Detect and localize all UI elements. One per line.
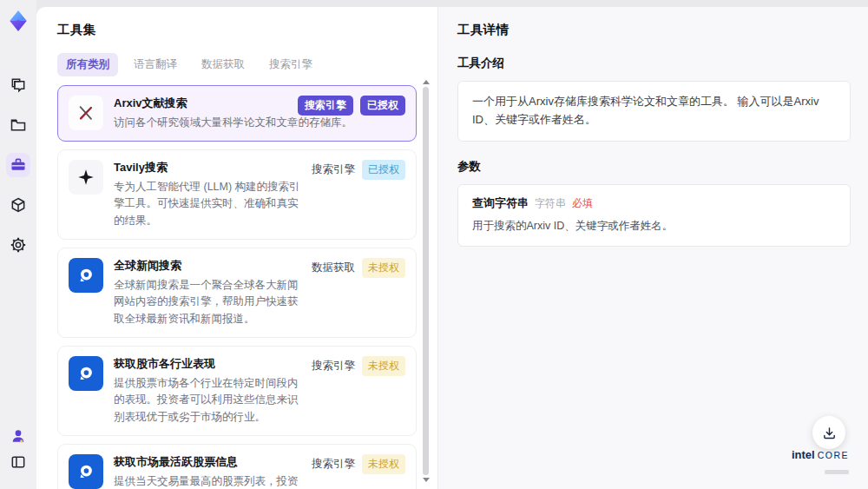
tool-badges: 搜索引擎 已授权: [312, 160, 405, 180]
category-badge: 搜索引擎: [312, 457, 355, 472]
sidebar-rail: [0, 0, 36, 489]
intro-box: 一个用于从Arxiv存储库搜索科学论文和文章的工具。 输入可以是Arxiv ID…: [457, 81, 851, 142]
status-badge: 未授权: [362, 258, 405, 278]
sidebar-item-tools[interactable]: [6, 153, 30, 177]
tool-detail-panel: 工具详情 工具介绍 一个用于从Arxiv存储库搜索科学论文和文章的工具。 输入可…: [437, 7, 868, 489]
tool-card-global-news[interactable]: 全球新闻搜索 全球新闻搜索是一个聚合全球各大新闻网站内容的搜索引擎，帮助用户快速…: [57, 248, 417, 338]
intro-heading: 工具介绍: [457, 56, 851, 71]
parameter-type: 字符串: [535, 196, 566, 211]
briefcase-icon: [10, 156, 27, 174]
tool-description: 专为人工智能代理 (LLM) 构建的搜索引擎工具。可快速提供实时、准确和真实的结…: [114, 179, 300, 229]
tool-list: Arxiv文献搜索 访问各个研究领域大量科学论文和文章的存储库。 搜索引擎 已授…: [57, 85, 417, 489]
scrollbar-thumb[interactable]: [423, 87, 429, 475]
parameter-head: 查询字符串 字符串 必填: [472, 195, 836, 211]
tool-badges: 搜索引擎 已授权: [298, 96, 405, 116]
core-text: CORE: [818, 450, 849, 460]
parameter-name: 查询字符串: [472, 195, 529, 211]
blue-news-logo-icon: [69, 356, 103, 391]
download-button[interactable]: [812, 416, 845, 449]
toolset-title: 工具集: [57, 22, 437, 38]
user-icon: [10, 427, 27, 445]
tool-card-active-stocks[interactable]: 获取市场最活跃股票信息 提供当天交易量最高的股票列表，投资者可以利用这些信息来识…: [57, 444, 417, 489]
brand-subtext-mark: [825, 470, 849, 474]
toolset-panel: 工具集 所有类别 语言翻译 数据获取 搜索引擎 A: [36, 7, 437, 489]
tool-badges: 搜索引擎 未授权: [312, 356, 405, 376]
status-badge: 未授权: [362, 356, 405, 376]
tool-badges: 数据获取 未授权: [312, 258, 405, 278]
category-tabs: 所有类别 语言翻译 数据获取 搜索引擎: [57, 53, 437, 76]
tab-search-engine[interactable]: 搜索引擎: [260, 53, 321, 76]
tool-description: 提供当天交易量最高的股票列表，投资者可以利用这些信息来识别流动性强的股票和潜在的…: [114, 473, 300, 489]
tool-card-tavily[interactable]: Tavily搜索 专为人工智能代理 (LLM) 构建的搜索引擎工具。可快速提供实…: [57, 149, 417, 240]
four-point-star-icon: [69, 160, 103, 195]
sidebar-item-chat[interactable]: [6, 73, 30, 97]
app-window: 工具集 所有类别 语言翻译 数据获取 搜索引擎 A: [0, 0, 868, 489]
gem-logo-icon: [7, 10, 30, 32]
folder-icon: [10, 116, 27, 134]
tool-card-stock-sectors[interactable]: 获取股市各行业表现 提供股票市场各个行业在特定时间段内的表现。投资者可以利用这些…: [57, 346, 417, 436]
panel-toggle-icon: [10, 453, 27, 471]
category-badge: 数据获取: [312, 261, 355, 275]
sidebar-item-models[interactable]: [6, 193, 30, 217]
intel-core-logo: intelCORE: [792, 446, 849, 478]
status-badge: 已授权: [362, 160, 405, 180]
status-badge: 未授权: [362, 454, 405, 474]
scroll-up-arrow[interactable]: [423, 80, 430, 84]
parameter-required-flag: 必填: [572, 196, 593, 211]
download-icon: [822, 426, 837, 440]
parameter-item: 查询字符串 字符串 必填 用于搜索的Arxiv ID、关键字或作者姓名。: [457, 184, 851, 248]
category-badge: 搜索引擎: [298, 96, 353, 116]
list-scrollbar[interactable]: [422, 80, 430, 482]
sidebar-item-files[interactable]: [6, 113, 30, 137]
tool-description: 全球新闻搜索是一个聚合全球各大新闻网站内容的搜索引擎，帮助用户快速获取全球最新资…: [114, 277, 300, 327]
category-badge: 搜索引擎: [312, 162, 355, 177]
category-badge: 搜索引擎: [312, 359, 355, 373]
params-heading: 参数: [457, 159, 851, 175]
sidebar-collapse-toggle[interactable]: [6, 450, 30, 474]
gear-icon: [10, 236, 27, 254]
status-badge: 已授权: [360, 96, 405, 116]
cube-icon: [10, 196, 27, 214]
sidebar-item-user[interactable]: [6, 424, 30, 448]
sidebar-item-settings[interactable]: [6, 233, 30, 257]
tab-all-categories[interactable]: 所有类别: [57, 53, 118, 76]
parameter-description: 用于搜索的Arxiv ID、关键字或作者姓名。: [472, 218, 836, 235]
tab-data-fetch[interactable]: 数据获取: [193, 53, 253, 76]
tool-description: 提供股票市场各个行业在特定时间段内的表现。投资者可以利用这些信息来识别表现优于或…: [114, 375, 300, 426]
tool-badges: 搜索引擎 未授权: [312, 454, 405, 474]
blue-news-logo-icon: [69, 454, 103, 489]
tool-description: 访问各个研究领域大量科学论文和文章的存储库。: [114, 115, 364, 131]
scroll-down-arrow[interactable]: [423, 478, 430, 482]
intel-text: intel: [792, 448, 815, 461]
arxiv-logo-icon: [69, 96, 103, 130]
tool-card-arxiv[interactable]: Arxiv文献搜索 访问各个研究领域大量科学论文和文章的存储库。 搜索引擎 已授…: [57, 85, 417, 142]
main-content: 工具集 所有类别 语言翻译 数据获取 搜索引擎 A: [36, 7, 868, 489]
chat-icon: [10, 76, 27, 94]
blue-news-logo-icon: [69, 258, 103, 293]
tab-language-translation[interactable]: 语言翻译: [125, 53, 186, 76]
detail-title: 工具详情: [457, 22, 851, 38]
intel-core-wordmark: intelCORE: [792, 446, 849, 462]
app-logo: [6, 9, 30, 33]
